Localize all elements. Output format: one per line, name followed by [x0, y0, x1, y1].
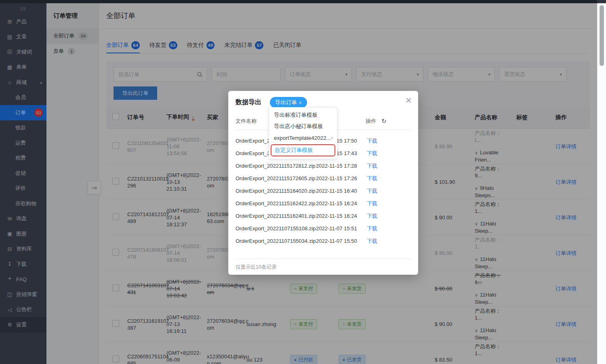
export-file-row: OrderExport_20221115172812.zip 2022-11-1… — [236, 160, 411, 172]
file-name: OrderExport_20221115172812.zip — [236, 163, 316, 169]
download-link[interactable]: 下载 — [367, 137, 377, 145]
download-link[interactable]: 下载 — [367, 238, 377, 245]
refresh-icon[interactable]: ↻ — [381, 118, 387, 125]
file-date: 2022-11-15 16:24 — [316, 200, 367, 206]
file-name: OrderExport_20221115162401.zip — [236, 213, 316, 219]
menu-item-export-template[interactable]: exportTemplate42022... — [269, 132, 337, 143]
file-date: 2022-11-15 17:28 — [316, 163, 367, 169]
file-name: OrderExport_20221107155108.zip — [236, 225, 316, 231]
export-template-dropdown: 导出标准订单模板 导出店小秘订单模板 exportTemplate42022..… — [269, 107, 337, 159]
download-link[interactable]: 下载 — [367, 225, 377, 232]
export-orders-button[interactable]: 导出订单∧ — [270, 97, 307, 108]
file-name: OrderExport_20221107155034.zip — [236, 238, 316, 244]
file-date: 2022-11-15 17:26 — [316, 175, 367, 181]
download-link[interactable]: 下载 — [367, 187, 377, 195]
file-date: 2022-11-15 16:24 — [316, 213, 367, 219]
menu-item-dianxiaomi-template[interactable]: 导出店小秘订单模板 — [269, 121, 337, 132]
file-date: 2022-11-15 16:40 — [316, 188, 367, 194]
download-link[interactable]: 下载 — [367, 200, 377, 207]
modal-footer-note: 仅显示近10条记录 — [228, 259, 418, 276]
scrollbar-track[interactable] — [597, 3, 606, 364]
export-file-row: OrderExport_20221115172605.zip 2022-11-1… — [236, 172, 411, 185]
close-icon[interactable]: × — [406, 95, 412, 105]
export-modal: 数据导出 导出订单∧ × 文件名称 操作 ↻ OrderExport_20 20… — [228, 91, 418, 275]
file-name: OrderExport_20221115164020.zip — [236, 188, 316, 194]
file-name: OrderExport_20221115172605.zip — [236, 175, 316, 181]
export-file-row: OrderExport_20221115162401.zip 2022-11-1… — [236, 210, 411, 222]
export-file-row: OrderExport_20221107155034.zip 2022-11-0… — [236, 235, 411, 247]
export-file-row: OrderExport_20221115162422.zip 2022-11-1… — [236, 197, 411, 210]
menu-item-standard-template[interactable]: 导出标准订单模板 — [269, 109, 337, 121]
file-date: 2022-11-07 15:51 — [316, 225, 367, 231]
download-link[interactable]: 下载 — [367, 175, 377, 182]
file-date: 2022-11-07 15:50 — [316, 238, 367, 244]
trash-icon[interactable] — [331, 135, 333, 141]
file-name: OrderExport_20221115162422.zip — [236, 200, 316, 206]
file-name-column-header: 文件名称 — [236, 118, 257, 125]
export-file-row: OrderExport_20221107155108.zip 2022-11-0… — [236, 222, 411, 235]
download-link[interactable]: 下载 — [367, 162, 377, 170]
download-link[interactable]: 下载 — [367, 213, 377, 220]
chevron-up-icon: ∧ — [299, 101, 302, 105]
action-column-header: 操作 — [366, 118, 376, 125]
scrollbar-thumb[interactable] — [600, 5, 604, 66]
export-file-row: OrderExport_20221115164020.zip 2022-11-1… — [236, 185, 411, 197]
download-link[interactable]: 下载 — [367, 150, 377, 157]
menu-item-custom-template[interactable]: 自定义订单模板 — [271, 145, 335, 156]
modal-title: 数据导出 — [236, 98, 261, 107]
red-highlight-box: 自定义订单模板 — [271, 144, 335, 156]
